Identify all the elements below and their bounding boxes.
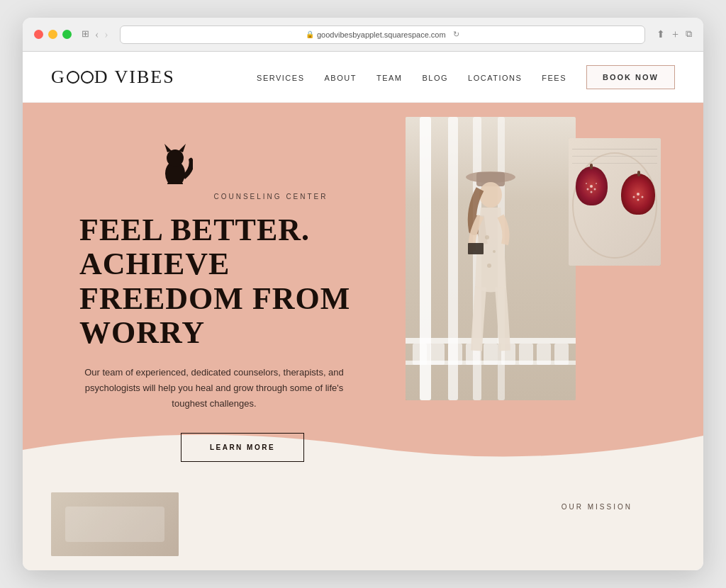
svg-point-14 [587,188,589,191]
navbar: GD VIBES SERVICES ABOUT TEAM BLOG LOCATI… [23,52,703,103]
figs-photo [569,138,661,266]
browser-window: ⊞ ‹ › 🔒 goodvibesbyapplet.squarespace.co… [23,18,703,570]
hero-description: Our team of experienced, dedicated couns… [79,365,349,412]
browser-controls: ⊞ ‹ › [82,28,108,41]
bottom-photo [51,492,179,556]
svg-point-20 [633,196,635,198]
svg-point-19 [637,193,640,196]
hero-subtitle: COUNSELING CENTER [136,193,406,200]
svg-point-21 [642,196,644,198]
nav-item-services[interactable]: SERVICES [257,71,304,84]
nav-item-about[interactable]: ABOUT [325,71,357,84]
svg-marker-2 [164,144,172,152]
traffic-lights [34,30,72,39]
logo-o-ring2 [81,71,94,84]
reload-icon[interactable]: ↻ [453,30,459,39]
svg-point-10 [493,250,496,253]
browser-actions: ⬆ + ⧉ [657,28,692,41]
svg-rect-12 [468,243,484,254]
fabric-detail [65,507,164,542]
new-tab-icon[interactable]: + [672,28,678,41]
cat-icon [157,138,193,187]
url-text: goodvibesbyapplet.squarespace.com [317,30,446,39]
nav-item-blog[interactable]: BLOG [422,71,448,84]
photo-grid [406,117,661,414]
book-now-button[interactable]: BOOK NOW [586,65,675,89]
mission-section: OUR MISSION [207,492,675,511]
main-photo [406,117,576,400]
logo-o-ring [67,71,79,84]
site-logo[interactable]: GD VIBES [51,67,175,88]
svg-point-16 [591,191,593,193]
forward-button[interactable]: › [104,28,108,41]
nav-item-team[interactable]: TEAM [376,71,403,84]
lock-icon: 🔒 [306,30,314,38]
back-button[interactable]: ‹ [95,28,99,41]
learn-more-button[interactable]: LEARN MORE [181,433,304,462]
svg-point-15 [594,188,596,191]
minimize-button[interactable] [48,30,57,39]
page-content: GD VIBES SERVICES ABOUT TEAM BLOG LOCATI… [23,52,703,570]
address-bar[interactable]: 🔒 goodvibesbyapplet.squarespace.com ↻ [120,26,645,44]
bottom-photo-bg [51,492,179,556]
nav-links: SERVICES ABOUT TEAM BLOG LOCATIONS FEES [257,65,675,89]
svg-point-8 [479,182,502,208]
fullscreen-button[interactable] [62,30,72,39]
svg-point-9 [485,235,489,239]
fig2-stem [637,171,640,176]
paper-line1 [572,149,657,149]
browser-chrome: ⊞ ‹ › 🔒 goodvibesbyapplet.squarespace.co… [23,18,703,52]
fig1-stem [590,164,593,169]
woman-photo [406,117,576,400]
hero-content: COUNSELING CENTER FEEL BETTER. ACHIEVE F… [23,103,703,478]
window-icon[interactable]: ⊞ [82,28,89,41]
hero-title: FEEL BETTER. ACHIEVE FREEDOM FROM WORRY [79,213,406,351]
share-icon[interactable]: ⬆ [657,28,665,41]
svg-point-18 [596,183,597,184]
svg-marker-3 [179,144,186,152]
hero-section: COUNSELING CENTER FEEL BETTER. ACHIEVE F… [23,103,703,478]
windows-icon[interactable]: ⧉ [686,28,692,41]
nav-item-locations[interactable]: LOCATIONS [468,71,522,84]
svg-point-22 [637,199,640,201]
svg-point-17 [586,183,587,184]
mission-label: OUR MISSION [562,492,632,511]
bottom-section: OUR MISSION [23,478,703,570]
secondary-photo [569,138,661,266]
hero-left: COUNSELING CENTER FEEL BETTER. ACHIEVE F… [79,124,406,462]
woman-silhouette [455,159,526,372]
svg-point-11 [487,264,491,268]
nav-item-fees[interactable]: FEES [542,71,566,84]
close-button[interactable] [34,30,43,39]
hero-right [406,117,661,414]
svg-point-13 [590,185,593,188]
fig1-seeds [576,166,608,205]
fig2-seeds [621,174,655,215]
svg-point-1 [167,149,184,166]
